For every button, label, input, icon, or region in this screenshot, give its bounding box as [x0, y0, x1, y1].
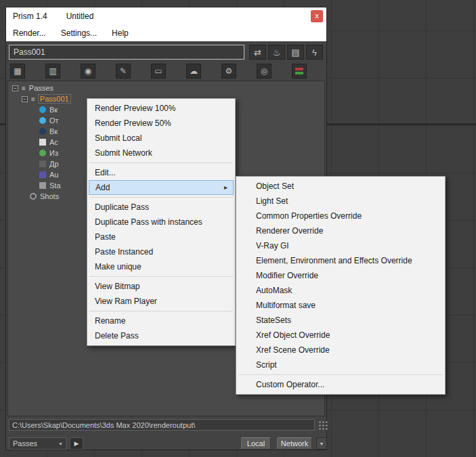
menu-settings[interactable]: Settings... [61, 28, 97, 38]
menu-item-delete-pass[interactable]: Delete Pass [88, 328, 234, 343]
colors-icon[interactable] [292, 64, 307, 79]
pass-child-label: Au [49, 171, 58, 179]
red-chip-icon [295, 68, 303, 70]
menu-item-view-ram-player[interactable]: View Ram Player [88, 294, 234, 309]
passes-dropdown-label: Passes [13, 439, 37, 448]
submenu-arrow-icon: ▸ [224, 181, 228, 194]
network-button[interactable]: Network [277, 437, 312, 450]
title-bar[interactable]: Prism 1.4 Untitled [6, 7, 326, 25]
submenu-item-modifier-override[interactable]: Modifier Override [237, 268, 444, 283]
pass-name-input[interactable] [9, 45, 244, 60]
document-title: Untitled [66, 12, 94, 21]
collapse-icon[interactable]: − [22, 96, 28, 102]
pass-item-icon [39, 150, 46, 156]
pass-child-label: Из [49, 149, 58, 157]
menu-render[interactable]: Render... [13, 28, 46, 38]
passes-list-icon: ≡ [22, 85, 26, 92]
submenu-item-script[interactable]: Script [237, 357, 444, 372]
pass-child-label: Вк [49, 106, 58, 114]
submenu-item-automask[interactable]: AutoMask [237, 283, 444, 298]
settings-icon[interactable]: ⚙ [221, 64, 236, 79]
camera-icon[interactable]: ◎ [257, 64, 272, 79]
menu-item-edit[interactable]: Edit... [88, 165, 234, 180]
submenu-item-element-environment-effects-override[interactable]: Element, Environment and Effects Overrid… [237, 253, 444, 268]
render-teapot-icon[interactable]: ♨ [268, 45, 285, 60]
menu-item-duplicate-pass[interactable]: Duplicate Pass [88, 200, 234, 215]
export-icon[interactable]: ⇄ [249, 45, 266, 60]
menu-item-paste[interactable]: Paste [88, 230, 234, 244]
submenu-item-light-set[interactable]: Light Set [237, 194, 444, 209]
submenu-item-statesets[interactable]: StateSets [237, 313, 444, 328]
pass-child-label: Ac [49, 138, 58, 146]
render-elements-icon[interactable]: ▤ [287, 45, 304, 60]
footer-dropdown-button[interactable]: ▼ [316, 437, 327, 450]
output-path-input[interactable] [9, 419, 315, 431]
pass-child-label: Др [49, 160, 59, 168]
menu-separator [88, 195, 234, 200]
add-submenu: Object Set Light Set Common Properties O… [236, 176, 446, 395]
play-icon[interactable]: ▶ [70, 437, 83, 450]
pass-item-icon [39, 106, 46, 113]
submenu-item-xref-scene-override[interactable]: Xref Scene Override [237, 343, 444, 357]
submenu-item-custom-operator[interactable]: Custom Operator... [237, 377, 444, 392]
menu-item-rename[interactable]: Rename [88, 313, 234, 328]
tree-node-passes-label: Passes [29, 84, 53, 92]
menu-separator [88, 309, 234, 313]
green-chip-icon [295, 72, 303, 74]
tree-node-pass001-label: Pass001 [39, 95, 70, 103]
pass-item-icon [39, 117, 46, 124]
pass-icon: ≡ [31, 95, 35, 103]
passes-dropdown[interactable]: Passes ▼ [9, 437, 67, 450]
chevron-down-icon: ▼ [58, 441, 63, 446]
pass-child-label: Вк [49, 127, 58, 135]
monitor-icon[interactable]: ▭ [151, 64, 166, 79]
brush-icon[interactable]: ✎ [116, 64, 131, 79]
cloud-icon[interactable]: ☁ [186, 64, 201, 79]
menu-item-make-unique[interactable]: Make unique [88, 259, 234, 274]
submenu-item-object-set[interactable]: Object Set [237, 179, 444, 194]
main-toolbar: ▦ ▥ ◉ ✎ ▭ ☁ ⚙ ◎ [10, 64, 307, 80]
pass-item-icon [39, 182, 46, 189]
menu-item-view-bitmap[interactable]: View Bitmap [88, 279, 234, 294]
submenu-item-common-properties-override[interactable]: Common Properties Override [237, 209, 444, 223]
context-menu: Render Preview 100% Render Preview 50% S… [87, 98, 236, 346]
menu-item-add[interactable]: Add ▸ [89, 180, 234, 195]
local-button[interactable]: Local [241, 437, 271, 450]
tree-node-passes[interactable]: − ≡ Passes [8, 83, 324, 93]
submenu-item-renderer-override[interactable]: Renderer Override [237, 223, 444, 238]
quick-render-icon[interactable]: ϟ [306, 45, 323, 60]
menu-item-add-label: Add [95, 183, 110, 192]
grid-icon[interactable]: ▦ [10, 64, 25, 79]
viewport-background: Prism 1.4 Untitled x Render... Settings.… [0, 0, 476, 457]
pass-child-label: Sta [49, 181, 61, 190]
close-button[interactable]: x [311, 10, 323, 22]
pass-item-icon [39, 160, 46, 167]
resize-grip[interactable] [318, 420, 328, 430]
submenu-item-multiformat-save[interactable]: Multiformat save [237, 298, 444, 313]
pass-item-icon [39, 171, 46, 178]
collapse-icon[interactable]: − [12, 85, 18, 91]
menu-item-render-preview-50[interactable]: Render Preview 50% [88, 116, 234, 131]
menu-item-submit-local[interactable]: Submit Local [88, 131, 234, 146]
pass-item-icon [39, 128, 46, 135]
record-icon[interactable]: ◉ [81, 64, 95, 79]
menu-item-render-preview-100[interactable]: Render Preview 100% [88, 101, 234, 116]
window-title: Prism 1.4 [13, 12, 47, 21]
tree-node-shots-label: Shots [40, 192, 59, 200]
menu-item-submit-network[interactable]: Submit Network [88, 146, 234, 160]
menu-separator [88, 160, 234, 165]
menu-bar: Render... Settings... Help [6, 25, 326, 41]
pass-child-label: От [49, 116, 59, 125]
submenu-item-xref-object-override[interactable]: Xref Object Override [237, 328, 444, 343]
pass-item-icon [39, 139, 46, 146]
shots-icon [30, 193, 37, 200]
menu-item-paste-instanced[interactable]: Paste Instanced [88, 244, 234, 259]
submenu-item-vray-gi[interactable]: V-Ray GI [237, 238, 444, 253]
menu-item-duplicate-pass-instances[interactable]: Duplicate Pass with instances [88, 215, 234, 230]
pass-toolbar: ⇄ ♨ ▤ ϟ [249, 45, 323, 60]
menu-separator [237, 372, 444, 377]
menu-separator [88, 274, 234, 279]
menu-help[interactable]: Help [112, 28, 129, 38]
display-icon[interactable]: ▥ [45, 64, 60, 79]
